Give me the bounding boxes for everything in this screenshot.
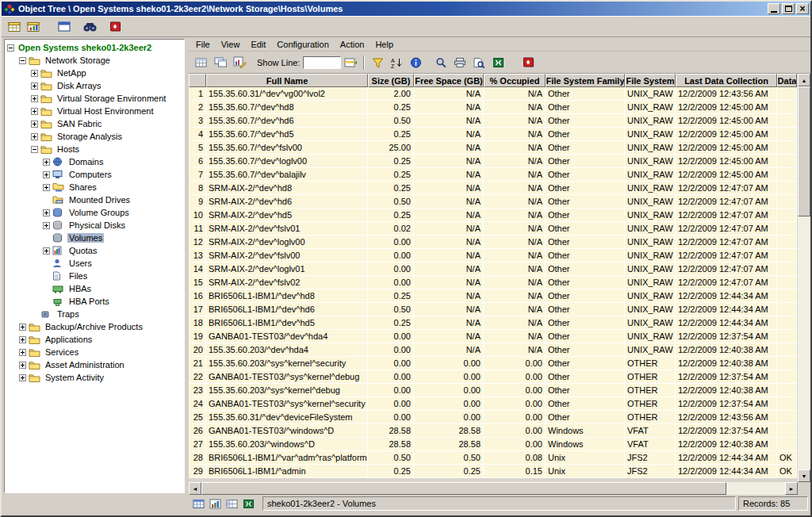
horizontal-scroll-thumb[interactable] [201, 482, 726, 495]
plus-expander-icon[interactable] [19, 349, 26, 356]
table-row[interactable]: 8SRM-AIX-2/^dev^hd80.25N/AN/AOtherUNIX_R… [189, 182, 798, 195]
chart-edit-icon[interactable] [230, 54, 249, 71]
horizontal-scroll-track[interactable] [201, 482, 785, 495]
apply-row-icon[interactable] [341, 54, 360, 71]
menu-edit[interactable]: Edit [245, 38, 271, 51]
column-header-last-data-collection[interactable]: Last Data Collection [676, 74, 777, 87]
plus-expander-icon[interactable] [43, 209, 50, 216]
table-row[interactable]: 9SRM-AIX-2/^dev^hd60.50N/AN/AOtherUNIX_R… [189, 195, 798, 209]
scroll-left-icon[interactable]: ◄ [189, 482, 201, 495]
help-book-icon[interactable] [519, 54, 538, 71]
table-row[interactable]: 23155.35.60.203/^sys^kernel^debug0.000.0… [189, 384, 798, 397]
close-button[interactable]: × [796, 3, 809, 14]
table-row[interactable]: 29BRI6506L1-IBM1/^admin0.250.250.15UnixJ… [189, 465, 798, 478]
tree-item-services[interactable]: Services [5, 346, 184, 358]
pivot-view-icon[interactable] [224, 497, 239, 511]
table-row[interactable]: 25155.35.60.31/^dev^deviceFileSystem0.00… [189, 411, 798, 424]
tree-item-system-activity[interactable]: System Activity [5, 371, 184, 384]
plus-expander-icon[interactable] [19, 374, 26, 381]
table-row[interactable]: 7155.35.60.7/^dev^balajilv0.25N/AN/AOthe… [189, 168, 798, 182]
tree-item-volumes[interactable]: Volumes [5, 232, 184, 244]
horizontal-scrollbar[interactable]: ◄ ► [189, 482, 798, 495]
table-row[interactable]: 19GANBA01-TEST03/^dev^hda40.00N/AN/AOthe… [189, 330, 798, 343]
scroll-right-icon[interactable]: ► [785, 482, 798, 495]
tree-item-backup-archive-products[interactable]: Backup/Archive Products [5, 320, 184, 333]
bar-chart-view-icon[interactable] [208, 497, 222, 511]
tree-item-virtual-storage-environment[interactable]: Virtual Storage Environment [5, 92, 184, 105]
tree-item-files[interactable]: Files [5, 270, 184, 282]
tree-item-virtual-host-environment[interactable]: Virtual Host Environment [5, 105, 184, 117]
copy-table-icon[interactable] [211, 54, 230, 71]
table-row[interactable]: 26GANBA01-TEST03/^windows^D28.5828.580.0… [189, 424, 798, 438]
tree-item-storage-analysis[interactable]: Storage Analysis [5, 130, 184, 143]
preview-icon[interactable] [469, 54, 488, 71]
tree-item-computers[interactable]: Computers [5, 168, 184, 181]
table-row[interactable]: 2155.35.60.7/^dev^hd80.25N/AN/AOtherUNIX… [189, 101, 798, 114]
scroll-down-icon[interactable]: ▼ [798, 469, 810, 482]
plus-expander-icon[interactable] [43, 222, 50, 229]
table-row[interactable]: 1155.35.60.31/^dev^vg00^lvol22.00N/AN/AO… [189, 87, 798, 101]
plus-expander-icon[interactable] [43, 247, 50, 255]
column-header-data[interactable]: Data [777, 74, 797, 87]
window-icon[interactable] [55, 18, 74, 36]
plus-expander-icon[interactable] [31, 95, 38, 102]
table-row[interactable]: 5155.35.60.7/^dev^fslv0025.00N/AN/AOther… [189, 141, 798, 155]
plus-expander-icon[interactable] [31, 82, 38, 90]
plus-expander-icon[interactable] [31, 70, 38, 77]
table-row[interactable]: 21155.35.60.203/^sys^kernel^security0.00… [189, 357, 798, 370]
column-header-free-space-gb[interactable]: Free Space (GB) [414, 74, 484, 87]
plus-expander-icon[interactable] [31, 108, 38, 115]
tree-item-hbas[interactable]: HBAs [5, 282, 184, 295]
find-icon[interactable] [80, 18, 99, 36]
info-icon[interactable] [406, 54, 425, 71]
table-row[interactable]: 13SRM-AIX-2/^dev^fslv000.00N/AN/AOtherUN… [189, 249, 798, 262]
plus-expander-icon[interactable] [43, 171, 50, 178]
menu-view[interactable]: View [216, 38, 246, 51]
table-row[interactable]: 17BRI6506L1-IBM1/^dev^hd60.50N/AN/AOther… [189, 303, 798, 316]
table-row[interactable]: 24GANBA01-TEST03/^sys^kernel^security0.0… [189, 397, 798, 411]
plus-expander-icon[interactable] [43, 159, 50, 166]
table-row[interactable]: 4155.35.60.7/^dev^hd50.25N/AN/AOtherUNIX… [189, 128, 798, 141]
table-icon[interactable] [192, 54, 211, 71]
vertical-scrollbar[interactable]: ▲ ▼ [798, 74, 810, 482]
menu-action[interactable]: Action [335, 38, 370, 51]
column-header-file-system[interactable]: File System [625, 74, 676, 87]
table-row[interactable]: 27155.35.60.203/^windows^D28.5828.580.00… [189, 438, 798, 451]
table-row[interactable]: 15SRM-AIX-2/^dev^fslv020.00N/AN/AOtherUN… [189, 276, 798, 289]
plus-expander-icon[interactable] [19, 324, 26, 331]
tree-item-domains[interactable]: Domains [5, 155, 184, 168]
help-book-icon[interactable] [105, 18, 124, 36]
table-row[interactable]: 28BRI6506L1-IBM1/^var^adm^ras^platform0.… [189, 451, 798, 465]
table-row[interactable]: 3155.35.60.7/^dev^hd60.50N/AN/AOtherUNIX… [189, 114, 798, 128]
export-view-icon[interactable] [241, 497, 255, 511]
menu-file[interactable]: File [190, 38, 216, 51]
new-chart-icon[interactable] [25, 18, 44, 36]
table-row[interactable]: 16BRI6506L1-IBM1/^dev^hd80.25N/AN/AOther… [189, 289, 798, 303]
tree-item-network-storage[interactable]: Network Storage [5, 54, 184, 67]
column-header-full-name[interactable]: Full Name [206, 74, 368, 87]
tree-item-applications[interactable]: Applications [5, 333, 184, 346]
tree-item-san-fabric[interactable]: SAN Fabric [5, 117, 184, 130]
table-row[interactable]: 20155.35.60.203/^dev^hda40.00N/AN/AOther… [189, 343, 798, 357]
column-header-occupied[interactable]: % Occupied [484, 74, 546, 87]
tree-item-asset-administration[interactable]: Asset Administration [5, 358, 184, 371]
tree-item-hba-ports[interactable]: HBA Ports [5, 295, 184, 308]
tree-item-hosts[interactable]: Hosts [5, 143, 184, 155]
export-excel-icon[interactable] [488, 54, 508, 71]
menu-help[interactable]: Help [370, 38, 399, 51]
table-row[interactable]: 6155.35.60.7/^dev^loglv000.25N/AN/AOther… [189, 155, 798, 168]
tree-item-quotas[interactable]: Quotas [5, 244, 184, 257]
tree-item-physical-disks[interactable]: Physical Disks [5, 219, 184, 232]
plus-expander-icon[interactable] [19, 336, 26, 343]
show-line-input[interactable] [303, 56, 341, 69]
table-row[interactable]: 10SRM-AIX-2/^dev^hd50.25N/AN/AOtherUNIX_… [189, 209, 798, 222]
plus-expander-icon[interactable] [43, 184, 50, 191]
table-row[interactable]: 18BRI6506L1-IBM1/^dev^hd50.25N/AN/AOther… [189, 316, 798, 330]
minimize-button[interactable] [768, 3, 780, 14]
table-row[interactable]: 11SRM-AIX-2/^dev^fslv010.02N/AN/AOtherUN… [189, 222, 798, 236]
tree-item-netapp[interactable]: NetApp [5, 67, 184, 79]
tree-item-traps[interactable]: Traps [5, 308, 184, 320]
print-icon[interactable] [450, 54, 469, 71]
minus-expander-icon[interactable] [31, 146, 38, 153]
vertical-scroll-thumb[interactable] [798, 86, 810, 216]
